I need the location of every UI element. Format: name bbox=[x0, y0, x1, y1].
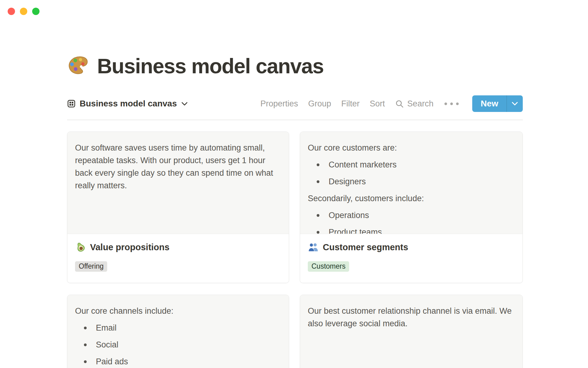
list-item: Email bbox=[75, 322, 281, 334]
card-preview: Our best customer relationship channel i… bbox=[300, 295, 522, 368]
list-item: Social bbox=[75, 339, 281, 351]
ellipsis-icon bbox=[444, 102, 459, 105]
card-footer: Customer segments Customers bbox=[300, 234, 522, 283]
app-window: Business model canvas Business model can… bbox=[0, 0, 588, 368]
card-title-row: Customer segments bbox=[308, 242, 515, 253]
card-preview-list: Content marketers Designers bbox=[308, 159, 515, 188]
tag-customers: Customers bbox=[308, 261, 349, 272]
page-title-row: Business model canvas bbox=[67, 0, 523, 79]
gallery-card-grid: Our software saves users time by automat… bbox=[67, 132, 523, 368]
search-icon bbox=[395, 99, 404, 108]
gallery-view-icon bbox=[67, 99, 76, 108]
busts-in-silhouette-emoji bbox=[308, 242, 319, 253]
chevron-down-icon bbox=[181, 102, 188, 106]
properties-button[interactable]: Properties bbox=[260, 99, 298, 109]
toolbar-actions: Properties Group Filter Sort Search bbox=[260, 95, 523, 112]
card-footer: Value propositions Offering bbox=[67, 234, 289, 283]
new-button-group: New bbox=[472, 95, 523, 112]
page-title[interactable]: Business model canvas bbox=[97, 53, 324, 79]
palette-emoji[interactable] bbox=[67, 54, 90, 78]
search-label: Search bbox=[407, 99, 434, 109]
card-preview-text: Our core customers are: bbox=[308, 142, 515, 154]
window-minimize-button[interactable] bbox=[20, 8, 27, 15]
card-customer-relationships[interactable]: Our best customer relationship channel i… bbox=[300, 295, 523, 368]
list-item: Paid ads bbox=[75, 355, 281, 368]
card-preview-text: Our software saves users time by automat… bbox=[75, 142, 281, 192]
card-preview: Our software saves users time by automat… bbox=[67, 132, 289, 234]
new-button[interactable]: New bbox=[472, 95, 507, 112]
window-controls bbox=[8, 8, 40, 15]
view-switcher[interactable]: Business model canvas bbox=[67, 99, 188, 109]
filter-button[interactable]: Filter bbox=[341, 99, 360, 109]
chevron-down-icon bbox=[511, 102, 518, 106]
sort-button[interactable]: Sort bbox=[370, 99, 385, 109]
list-item: Content marketers bbox=[308, 159, 515, 171]
card-title: Value propositions bbox=[90, 242, 169, 252]
card-preview-text: Our best customer relationship channel i… bbox=[308, 305, 515, 330]
window-zoom-button[interactable] bbox=[32, 8, 40, 15]
card-preview-text: Secondarily, customers include: bbox=[308, 192, 515, 205]
search-button[interactable]: Search bbox=[395, 99, 434, 109]
card-preview: Our core channels include: Email Social … bbox=[67, 295, 289, 368]
tag-offering: Offering bbox=[75, 261, 107, 272]
list-item: Designers bbox=[308, 175, 515, 188]
avocado-emoji bbox=[75, 242, 86, 253]
list-item: Product teams bbox=[308, 226, 515, 234]
card-channels[interactable]: Our core channels include: Email Social … bbox=[67, 295, 289, 368]
toolbar-divider bbox=[67, 120, 523, 120]
page-content: Business model canvas Business model can… bbox=[67, 0, 523, 368]
card-preview: Our core customers are: Content marketer… bbox=[300, 132, 522, 234]
card-title: Customer segments bbox=[323, 242, 408, 252]
more-options-button[interactable] bbox=[443, 101, 460, 107]
view-toolbar: Business model canvas Properties Group F… bbox=[67, 95, 523, 112]
card-value-propositions[interactable]: Our software saves users time by automat… bbox=[67, 132, 289, 283]
group-button[interactable]: Group bbox=[308, 99, 331, 109]
view-name: Business model canvas bbox=[80, 99, 177, 109]
card-preview-list: Email Social Paid ads bbox=[75, 322, 281, 368]
list-item: Operations bbox=[308, 209, 515, 222]
card-title-row: Value propositions bbox=[75, 242, 281, 253]
new-dropdown-button[interactable] bbox=[507, 95, 523, 112]
window-close-button[interactable] bbox=[8, 8, 15, 15]
card-preview-list: Operations Product teams bbox=[308, 209, 515, 234]
card-customer-segments[interactable]: Our core customers are: Content marketer… bbox=[300, 132, 523, 283]
card-preview-text: Our core channels include: bbox=[75, 305, 281, 317]
